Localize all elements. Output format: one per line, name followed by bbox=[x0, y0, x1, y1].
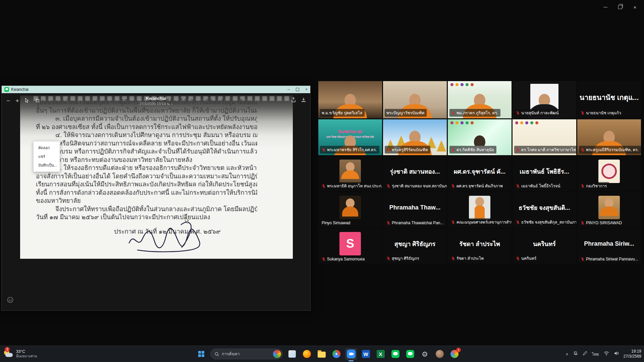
zoom-taskbar-icon[interactable] bbox=[345, 348, 357, 360]
wifi-icon[interactable] bbox=[604, 351, 609, 357]
volume-icon[interactable] bbox=[614, 351, 619, 357]
muted-mic-icon bbox=[581, 148, 585, 152]
participant-tile[interactable]: ผศ.ดร.จุฑารัตน์ คั...ผศ.ดร.จุฑารัตน์ คัม… bbox=[448, 156, 512, 191]
participant-tile[interactable]: พระครูสิริรัตนบัณฑิต bbox=[383, 119, 447, 155]
participant-tile[interactable]: ดร.โกศล มาดี ภาควิชาภาษาไทย bbox=[513, 119, 576, 155]
participant-name: Phramaha Thawatchai Pan... bbox=[392, 221, 444, 225]
excel-icon: X bbox=[377, 350, 385, 358]
participant-tile[interactable]: นายสุนันท์ กาละพัฒน์ bbox=[513, 81, 576, 118]
participant-tile[interactable]: บัณฑิตวิทยาลัยมหาวิทยาลัยมหาจุฬาลงกรณราช… bbox=[318, 119, 382, 155]
participant-tile[interactable]: รุ่งชาติ สมานทอง...รุ่งชาติ สมานทอง จนท.… bbox=[383, 156, 447, 191]
muted-mic-icon bbox=[451, 220, 455, 224]
tray-date: 27/3/2569 bbox=[624, 354, 641, 359]
search-input[interactable]: การค้นหา bbox=[210, 349, 283, 359]
participant-name-chip: สุชญา ศิริธัญภร bbox=[385, 254, 422, 262]
avatar-head bbox=[475, 197, 484, 206]
monk-seated-avatar bbox=[339, 196, 361, 219]
close-icon[interactable]: × bbox=[632, 4, 638, 10]
participant-tile[interactable]: Phramaha Thaw...Phramaha Thawatchai Pan.… bbox=[383, 192, 447, 228]
participant-name-chip: กองวิชาการ bbox=[579, 182, 609, 190]
document-line: ทั้งนี้ การสั่งการดังกล่าวต้องสอดคล้องกั… bbox=[36, 189, 257, 197]
participant-name-chip: เมธาพันธ์ โพธิ์ธีรโรจน์ bbox=[514, 182, 562, 190]
muted-mic-icon bbox=[451, 111, 455, 115]
weather-widget[interactable]: 3 33°C มีเมฆบางส่วน bbox=[3, 348, 37, 359]
participant-tile[interactable]: พระครูเมธีสิริธรรมบัณฑิต, ดร. bbox=[577, 119, 641, 155]
participant-tile[interactable]: พระมหาธิติ อนุภาโท สนง.ประก... bbox=[318, 156, 382, 191]
share-icon[interactable] bbox=[291, 97, 296, 104]
participant-tile[interactable]: นายธนานัช เกตุแ...นายธนานัช เกตุแก้ว bbox=[577, 81, 641, 118]
participant-name-chip: รุ่งชาติ สมานทอง จนท.สถาบันภาษ... bbox=[385, 182, 447, 190]
excel-taskbar-icon[interactable]: X bbox=[375, 348, 386, 360]
participant-tile[interactable]: กองวิชาการ bbox=[577, 156, 641, 191]
line-taskbar-icon[interactable] bbox=[404, 348, 416, 360]
context-menu-item[interactable]: บันทึกเป็น... bbox=[34, 161, 60, 170]
file-explorer-taskbar-icon[interactable] bbox=[316, 348, 327, 360]
line-call-taskbar-icon[interactable] bbox=[389, 348, 401, 360]
participant-name-chip: Sukanya Samornuea bbox=[320, 256, 367, 262]
photos-taskbar-icon[interactable] bbox=[286, 348, 298, 360]
participant-name-chip: Pinyo Sirisawad bbox=[320, 220, 353, 226]
muted-mic-icon bbox=[451, 184, 455, 188]
start-button[interactable] bbox=[196, 348, 207, 360]
firefox-taskbar-icon[interactable] bbox=[301, 348, 313, 360]
sent-datetime[interactable]: 27/3/2026 19:14 น. › bbox=[2, 101, 310, 107]
taskbar: 3 33°C มีเมฆบางส่วน การค้นหา WX⚙1 ∧ ไทย bbox=[0, 346, 644, 362]
context-menu-item[interactable]: คัดลอก bbox=[34, 143, 60, 152]
tray-overflow-icon[interactable]: ∧ bbox=[566, 352, 569, 356]
window-minimize-icon[interactable]: – bbox=[287, 87, 290, 92]
taskbar-apps: WX⚙1 bbox=[286, 348, 460, 360]
chrome-icon bbox=[332, 350, 340, 358]
document-line: มีผลเสียหาย หรือกระทบต่องานของมหาวิทยาลั… bbox=[36, 156, 257, 164]
gimp-taskbar-icon[interactable] bbox=[434, 348, 445, 360]
keyboard-language[interactable]: ไทย bbox=[592, 351, 599, 357]
participant-tile[interactable]: นครินทร์นครินทร์ bbox=[513, 229, 576, 264]
sender-name: Kwanchai bbox=[2, 96, 310, 101]
document-line: ๕. ให้รองอธิการบดีแต่ละฝ่าย หรือรองอธิกา… bbox=[36, 164, 257, 172]
minimize-icon[interactable] bbox=[602, 4, 608, 10]
banner-line1: บัณฑิตวิทยาลัย bbox=[318, 129, 382, 135]
settings-taskbar-icon[interactable]: ⚙ bbox=[419, 348, 431, 360]
document-page[interactable]: รูปแบบออนไลน์ เว้นแต่บุคลากรผู้มีภาระและ… bbox=[20, 96, 293, 259]
participant-tile[interactable]: Pinyo Sirisawad bbox=[318, 192, 382, 228]
participant-tile[interactable]: รัชดา ลำประไพรัชดา ลำประไพ bbox=[448, 229, 512, 264]
clock[interactable]: 19:19 27/3/2569 bbox=[624, 349, 641, 359]
participant-name-chip: พม.ภราดร ภูริสุสโร, ดร. bbox=[449, 109, 500, 117]
line-titlebar[interactable]: Kwanchai – × bbox=[2, 86, 310, 93]
document-line: สัมมนา อบรม หรือการปฏิบัติภารกิจสำคัญและ… bbox=[36, 147, 257, 156]
chrome-taskbar-icon[interactable] bbox=[330, 348, 342, 360]
smiley-reaction-icon[interactable] bbox=[7, 297, 13, 304]
participant-tile[interactable]: SSukanya Samornuea bbox=[318, 229, 382, 264]
letter-s-avatar: S bbox=[339, 232, 361, 255]
participant-tile[interactable]: PINYO SIRISAWAD bbox=[577, 192, 641, 228]
participant-name-chip: พระมหาพรชัย สิริวโร,ผศ.ดร. bbox=[320, 146, 379, 154]
search-highlight-icon[interactable] bbox=[273, 350, 281, 358]
participant-tile[interactable]: Phramaha Siriw...Phramaha Siriwat Pannav… bbox=[577, 229, 641, 264]
browser-notification-taskbar-icon[interactable]: 1 bbox=[448, 348, 460, 360]
participant-name: พระมหาพรชัย สิริวโร,ผศ.ดร. bbox=[327, 146, 377, 153]
document-line: ที่ ๒๖ องศาเซลเซียส ทั้งนี้ เพื่อเป็นการ… bbox=[36, 123, 257, 131]
participant-tile[interactable]: สุชญา ศิริธัญภรสุชญา ศิริธัญภร bbox=[383, 229, 447, 264]
pen-ink-icon[interactable] bbox=[583, 351, 587, 357]
participant-name-chip: Phramaha Thawatchai Pan... bbox=[385, 220, 446, 226]
participant-tile[interactable]: ดร.กิตติชัย สันทาลุนัย bbox=[448, 119, 512, 155]
context-menu-item[interactable]: แชร์ bbox=[34, 152, 60, 161]
participant-name-chip: ดร.กิตติชัย สันทาลุนัย bbox=[449, 146, 496, 154]
bell-dnd-icon[interactable] bbox=[573, 351, 578, 357]
window-maximize-icon[interactable] bbox=[296, 88, 299, 91]
muted-mic-icon bbox=[516, 148, 520, 152]
muted-mic-icon bbox=[581, 111, 585, 115]
participant-tile[interactable]: พม.ภราดร ภูริสุสโร, ดร. bbox=[448, 81, 512, 118]
window-close-icon[interactable]: × bbox=[305, 87, 308, 92]
muted-mic-icon bbox=[451, 256, 455, 260]
participant-tile[interactable]: พระปัญญาวัชรบัณฑิต bbox=[383, 81, 447, 118]
restore-icon[interactable] bbox=[617, 4, 623, 10]
participant-tile[interactable]: ธวัชชัย จงสุขสันติ...ธวัชชัย จงสุขสันติก… bbox=[513, 192, 576, 228]
participant-tile[interactable]: พ.ม.ขวัญชัย ปุตตวิเสโส bbox=[318, 81, 382, 118]
word-taskbar-icon[interactable]: W bbox=[360, 348, 372, 360]
participant-tile[interactable]: เมธาพันธ์ โพธิธีร...เมธาพันธ์ โพธิ์ธีรโร… bbox=[513, 156, 576, 191]
participant-tile[interactable]: คณะมนุษยศาสตร์เลขานุการสำนั... bbox=[448, 192, 512, 228]
banner-logos bbox=[450, 121, 474, 124]
monk-photo-avatar bbox=[339, 160, 361, 183]
document-line: เรียนการสอนที่มุ่งเน้นให้มีประสิทธิภาพแล… bbox=[36, 180, 257, 189]
download-icon[interactable] bbox=[301, 97, 306, 104]
